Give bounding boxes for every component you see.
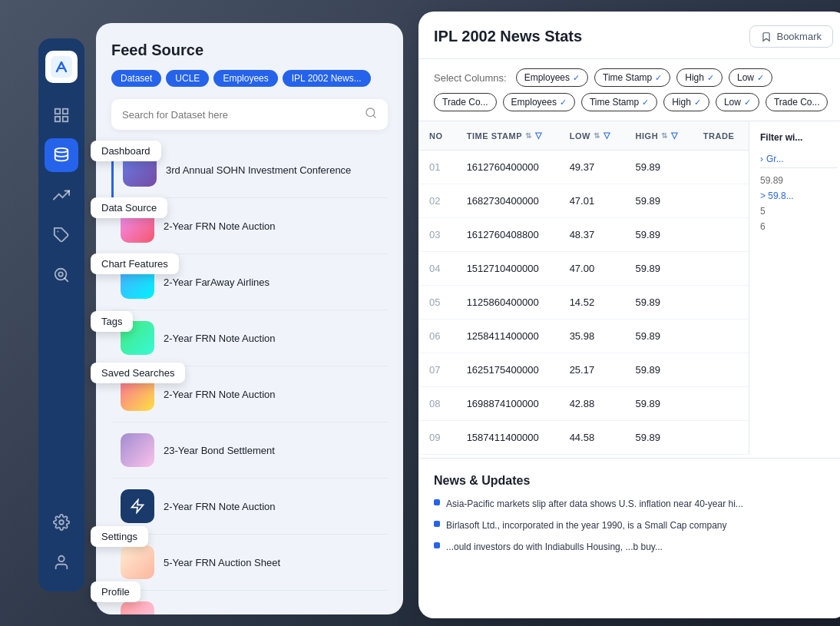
feed-thumb xyxy=(121,433,154,467)
col-chip-label: Employees xyxy=(511,97,557,108)
th-trade-label: TRADE xyxy=(703,131,735,141)
cell-timestamp: 1698874100000 xyxy=(456,387,559,421)
filter-icon[interactable]: ▽ xyxy=(535,131,542,141)
col-chip-trade-2[interactable]: Trade Co... xyxy=(766,93,828,111)
col-chip-label: High xyxy=(672,97,691,108)
filter-icon[interactable]: ▽ xyxy=(604,131,610,141)
cell-low: 35.98 xyxy=(559,320,625,353)
th-high-label: HIGH xyxy=(635,131,658,141)
cell-trade xyxy=(693,387,749,421)
cell-timestamp: 1512710400000 xyxy=(456,252,559,286)
search-input[interactable] xyxy=(122,109,359,121)
bookmark-button[interactable]: Bookmark xyxy=(749,25,833,48)
filter-value-3: 5 xyxy=(760,204,838,219)
feed-tag-dataset[interactable]: Dataset xyxy=(111,70,161,87)
cell-high: 59.89 xyxy=(624,184,692,218)
cell-low: 14.52 xyxy=(559,286,625,320)
th-trade: TRADE xyxy=(693,121,749,151)
sidebar-item-dashboard[interactable] xyxy=(45,98,78,132)
cell-timestamp: 1125860400000 xyxy=(456,286,559,320)
svg-point-9 xyxy=(58,272,63,277)
tooltip-data-source: Data Source xyxy=(91,197,167,218)
col-chip-employees-2[interactable]: Employees ✓ xyxy=(503,93,575,111)
col-chip-label: Low xyxy=(737,72,754,83)
cell-timestamp: 1587411400000 xyxy=(456,421,559,455)
main-header: IPL 2002 News Stats Bookmark xyxy=(418,12,840,59)
col-chip-low-2[interactable]: Low ✓ xyxy=(716,93,759,111)
sidebar-item-saved-searches[interactable] xyxy=(45,258,78,292)
feed-tag-ipl[interactable]: IPL 2002 News... xyxy=(283,70,371,87)
col-chip-trade-1[interactable]: Trade Co... xyxy=(434,93,497,111)
cell-high: 59.89 xyxy=(624,353,692,387)
cell-high: 59.89 xyxy=(624,320,692,353)
sidebar-item-data-source[interactable] xyxy=(45,138,78,172)
th-timestamp: TIME STAMP ⇅ ▽ xyxy=(456,121,559,151)
feed-item[interactable]: 23-Year Bond Settlement xyxy=(111,422,388,479)
data-table-wrap: NO TIME STAMP ⇅ ▽ LOW xyxy=(418,121,749,455)
filter-group-label: Gr... xyxy=(766,154,784,164)
col-chip-timestamp-1[interactable]: Time Stamp ✓ xyxy=(594,68,670,87)
filter-icon[interactable]: ▽ xyxy=(671,131,678,141)
col-chip-label: Trade Co... xyxy=(442,97,488,108)
feed-item-name: 2-Year FarAway Airlines xyxy=(164,277,270,288)
filter-panel: Filter wi... › Gr... 59.89 > 59.8... 5 6 xyxy=(749,121,840,455)
filter-value-2: > 59.8... xyxy=(760,188,838,204)
svg-point-10 xyxy=(59,520,64,525)
sort-icon[interactable]: ⇅ xyxy=(661,131,668,140)
cell-high: 59.89 xyxy=(624,151,692,184)
feed-item[interactable]: 2-Year FRN Note Auction xyxy=(111,310,388,366)
cell-trade xyxy=(693,151,749,184)
sidebar-item-settings[interactable] xyxy=(45,505,78,539)
col-chip-high-1[interactable]: High ✓ xyxy=(676,68,723,87)
th-high: HIGH ⇅ ▽ xyxy=(624,121,692,151)
col-chip-low-1[interactable]: Low ✓ xyxy=(729,68,772,87)
sidebar-item-tags[interactable] xyxy=(45,218,78,252)
news-text: Birlasoft Ltd., incorporated in the year… xyxy=(446,518,727,532)
feed-item[interactable]: 2-Year FRN Note Auction xyxy=(111,591,388,614)
col-chip-employees-1[interactable]: Employees ✓ xyxy=(516,68,588,87)
cell-no: 04 xyxy=(418,252,456,286)
sidebar-item-profile[interactable] xyxy=(45,545,78,579)
data-table: NO TIME STAMP ⇅ ▽ LOW xyxy=(418,121,749,455)
sidebar-item-chart-features[interactable] xyxy=(45,178,78,212)
cell-low: 49.37 xyxy=(559,151,625,184)
cell-no: 08 xyxy=(418,387,456,421)
svg-rect-3 xyxy=(55,117,60,121)
news-dot xyxy=(434,521,440,527)
col-chip-timestamp-2[interactable]: Time Stamp ✓ xyxy=(581,93,657,111)
col-chip-label: Trade Co... xyxy=(774,97,820,108)
sort-icon[interactable]: ⇅ xyxy=(594,131,600,140)
svg-point-11 xyxy=(58,556,64,561)
feed-thumb xyxy=(121,489,154,523)
feed-tag-ucle[interactable]: UCLE xyxy=(166,70,209,87)
news-item: ...ould investors do with Indiabulls Hou… xyxy=(434,540,833,554)
main-content: IPL 2002 News Stats Bookmark Select Colu… xyxy=(418,12,840,618)
cell-no: 01 xyxy=(418,151,456,184)
news-text: Asia-Pacific markets slip after data sho… xyxy=(446,497,743,511)
filter-group-item[interactable]: › Gr... xyxy=(760,151,838,168)
feed-tag-employees[interactable]: Employees xyxy=(213,70,277,87)
cell-trade xyxy=(693,184,749,218)
sidebar xyxy=(38,38,84,591)
cell-timestamp: 1682730400000 xyxy=(456,184,559,218)
th-no: NO xyxy=(418,121,456,151)
table-row: 03 1612760408800 48.37 59.89 xyxy=(418,218,749,252)
cell-low: 25.17 xyxy=(559,353,625,387)
col-chip-high-2[interactable]: High ✓ xyxy=(663,93,709,111)
app-logo[interactable] xyxy=(45,51,78,83)
feed-item[interactable]: 2-Year FRN Note Auction xyxy=(111,479,388,535)
sort-icon[interactable]: ⇅ xyxy=(525,131,532,140)
feed-item[interactable]: 5-Year FRN Auction Sheet xyxy=(111,535,388,591)
th-no-label: NO xyxy=(429,131,443,141)
tooltip-profile: Profile xyxy=(91,581,141,602)
col-chip-label: Low xyxy=(724,97,741,108)
cell-timestamp: 1612760408800 xyxy=(456,218,559,252)
cell-trade xyxy=(693,353,749,387)
feed-item-name: 2-Year FRN Note Auction xyxy=(164,613,275,615)
news-text: ...ould investors do with Indiabulls Hou… xyxy=(446,540,663,554)
filter-value-4: 6 xyxy=(760,219,838,234)
cell-trade xyxy=(693,218,749,252)
col-chip-label: Time Stamp xyxy=(603,72,652,83)
svg-line-8 xyxy=(64,278,68,281)
check-icon: ✓ xyxy=(694,98,701,108)
